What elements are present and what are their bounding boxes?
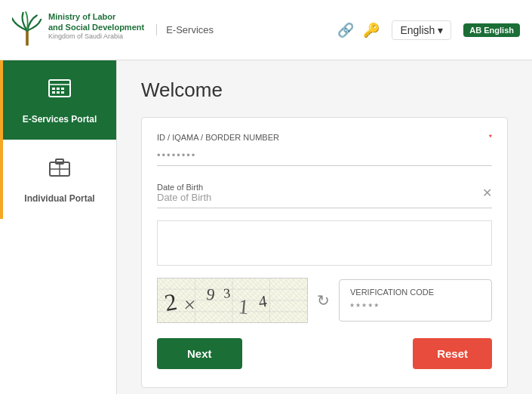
captcha-image: 2 × 9 3 1 4 [157, 278, 308, 323]
dob-field-row: Date of Birth Date of Birth ✕ [157, 178, 492, 208]
svg-rect-0 [26, 30, 29, 45]
header-left: Ministry of Labor and Social Development… [12, 11, 214, 49]
language-selector[interactable]: English ▾ [392, 20, 451, 40]
refresh-captcha-button[interactable]: ↻ [317, 291, 330, 309]
language-label: English [400, 24, 435, 36]
ministry-text: Ministry of Labor and Social Development… [48, 11, 144, 42]
id-label: ID / IQAMA / BORDER NUMBER * [157, 133, 492, 142]
individual-icon [46, 155, 73, 187]
sidebar-item-individual[interactable]: Individual Portal [0, 140, 116, 219]
verif-label: VERIFICATION CODE [350, 288, 481, 297]
welcome-title: Welcome [141, 78, 508, 102]
svg-rect-7 [57, 91, 60, 94]
verification-field-wrap: VERIFICATION CODE [339, 279, 492, 322]
clear-dob-icon[interactable]: ✕ [482, 186, 492, 200]
chevron-down-icon: ▾ [438, 24, 443, 36]
login-form: ID / IQAMA / BORDER NUMBER * Date of Bir… [141, 117, 508, 388]
dob-field-wrap: Date of Birth Date of Birth [157, 183, 482, 203]
button-row: Next Reset [157, 338, 492, 369]
content-area: Welcome ID / IQAMA / BORDER NUMBER * Dat… [117, 60, 532, 394]
svg-rect-4 [57, 88, 60, 90]
verification-input[interactable] [350, 301, 481, 312]
id-input[interactable] [157, 145, 492, 166]
main-layout: E-Services Portal Individual Portal Welc… [0, 60, 532, 394]
logo-area: Ministry of Labor and Social Development… [12, 11, 144, 49]
header-icons: 🔗 🔑 [337, 22, 380, 38]
captcha-noise [158, 279, 307, 322]
dob-value: Date of Birth [157, 192, 482, 203]
sidebar-item-eservices[interactable]: E-Services Portal [0, 60, 116, 140]
next-button[interactable]: Next [157, 338, 242, 369]
date-picker-area[interactable] [157, 220, 492, 266]
dob-label: Date of Birth [157, 183, 482, 192]
svg-rect-5 [61, 88, 64, 90]
logo-icon [12, 11, 42, 49]
key-icon[interactable]: 🔑 [363, 22, 380, 38]
id-field-group: ID / IQAMA / BORDER NUMBER * [157, 133, 492, 166]
svg-rect-8 [61, 91, 64, 94]
eservices-icon [46, 75, 73, 108]
link-icon[interactable]: 🔗 [337, 22, 354, 38]
header-right: 🔗 🔑 English ▾ AB English [337, 20, 520, 40]
eservices-label: E-Services [156, 24, 214, 35]
header: Ministry of Labor and Social Development… [0, 0, 532, 60]
svg-rect-3 [52, 88, 55, 90]
sidebar-eservices-label: E-Services Portal [23, 114, 97, 125]
captcha-section: 2 × 9 3 1 4 ↻ VERIFICATION CODE [157, 278, 492, 323]
language-badge[interactable]: AB English [463, 23, 520, 37]
sidebar: E-Services Portal Individual Portal [0, 60, 117, 394]
sidebar-individual-label: Individual Portal [24, 193, 94, 204]
required-star: * [489, 133, 492, 142]
reset-button[interactable]: Reset [413, 338, 492, 369]
svg-rect-6 [52, 91, 55, 94]
